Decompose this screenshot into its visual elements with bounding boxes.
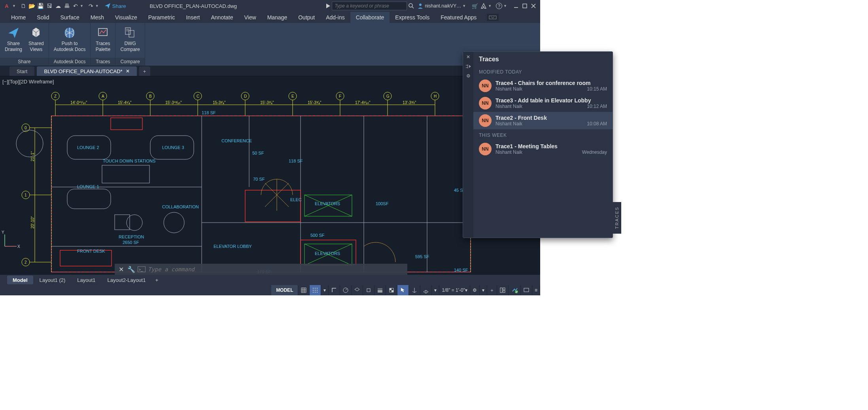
traces-palette-icon — [96, 26, 110, 40]
status-3dgrid-icon[interactable] — [420, 285, 432, 295]
help-button[interactable]: ? — [495, 2, 503, 10]
svg-text:H: H — [434, 94, 437, 98]
cmd-close-icon[interactable]: ✕ — [117, 265, 125, 273]
ribbon-tab-surface[interactable]: Surface — [55, 12, 85, 23]
status-dropdown3[interactable]: ▾ — [480, 285, 487, 295]
doc-tab-add-button[interactable]: + — [139, 66, 150, 76]
minimize-button[interactable] — [513, 3, 519, 9]
search-icon[interactable] — [407, 2, 416, 10]
svg-text:Z: Z — [54, 94, 57, 98]
status-grid-icon[interactable] — [298, 285, 310, 295]
ribbon-tab-annotate[interactable]: Annotate — [205, 12, 238, 23]
ribbon-tab-collaborate[interactable]: Collaborate — [350, 12, 390, 23]
ribbon-share-drawing[interactable]: ShareDrawing — [2, 25, 25, 54]
new-icon[interactable]: 🗋 — [19, 2, 28, 10]
doc-tab[interactable]: BLVD OFFICE_PLAN-AUTOCAD*✕ — [37, 66, 136, 76]
status-dropdown2[interactable]: ▾ — [432, 285, 439, 295]
status-dropdown-caret[interactable]: ▾ — [321, 285, 329, 295]
panel-settings-icon[interactable]: ⚙ — [465, 72, 472, 79]
trace-item[interactable]: NNTrace2 - Front DeskNishant Naik10:08 A… — [473, 112, 613, 129]
trace-item[interactable]: NNTrace3 - Add table in Elevator LobbyNi… — [473, 94, 613, 112]
ribbon-dwg-compare[interactable]: DWGCompare — [118, 25, 142, 54]
trace-title: Trace2 - Front Desk — [495, 115, 607, 121]
panel-close-icon[interactable]: ✕ — [465, 53, 472, 60]
maximize-button[interactable] — [522, 3, 528, 9]
status-cleanscreen-icon[interactable] — [521, 285, 532, 295]
panel-pin-icon[interactable] — [465, 63, 472, 70]
trace-item[interactable]: NNTrace1 - Meeting TablesNishant NaikWed… — [473, 140, 613, 158]
status-ortho-icon[interactable] — [329, 285, 340, 295]
status-snap-icon[interactable] — [310, 285, 321, 295]
status-plus-icon[interactable]: ＋ — [487, 285, 497, 295]
svg-text:15'-3¹³⁄₁₆": 15'-3¹³⁄₁₆" — [165, 100, 182, 105]
status-menu-icon[interactable]: ≡ — [532, 285, 540, 295]
ribbon-tab-add-ins[interactable]: Add-ins — [320, 12, 350, 23]
redo-caret[interactable]: ▼ — [95, 4, 99, 8]
svg-text:70 SF: 70 SF — [253, 177, 265, 181]
layout-tab[interactable]: Layout1 (2) — [34, 276, 71, 284]
layout-tab[interactable]: Layout2-Layout1 — [102, 276, 151, 284]
autodesk-icon[interactable] — [479, 2, 488, 10]
drawing-canvas[interactable]: [−][Top][2D Wireframe] Y X ZABCDEFGH 14'… — [0, 76, 540, 275]
svg-text:118 SF: 118 SF — [289, 159, 303, 163]
app-menu-caret[interactable]: ▼ — [12, 4, 16, 8]
save-icon[interactable]: 💾 — [36, 2, 45, 10]
layout-tab[interactable]: Layout1 — [72, 276, 101, 284]
status-gear-icon[interactable]: ⚙ — [470, 285, 480, 295]
ribbon-tab-manage[interactable]: Manage — [262, 12, 293, 23]
document-tabs: StartBLVD OFFICE_PLAN-AUTOCAD*✕+ — [0, 66, 540, 76]
ribbon-tab-output[interactable]: Output — [293, 12, 320, 23]
redo-icon[interactable]: ↷ — [87, 2, 95, 10]
plot-icon[interactable]: 🖶 — [62, 2, 71, 10]
undo-caret[interactable]: ▼ — [80, 4, 83, 8]
saveas-icon[interactable]: 🖫 — [45, 2, 54, 10]
ribbon-group-label: Autodesk Docs — [49, 58, 91, 66]
trace-title: Trace4 - Chairs for conference room — [495, 80, 607, 86]
status-layout-icon[interactable] — [497, 285, 509, 295]
traces-side-tab[interactable]: TRACES — [613, 202, 621, 234]
ribbon-tab-view[interactable]: View — [239, 12, 262, 23]
status-transparency-icon[interactable] — [386, 285, 397, 295]
undo-icon[interactable]: ↶ — [71, 2, 80, 10]
ribbon-push-to-docs[interactable]: Push toAutodesk Docs — [51, 25, 88, 54]
status-sync-icon[interactable] — [509, 285, 521, 295]
ribbon-toggle-icon[interactable] — [487, 14, 499, 21]
status-selection-icon[interactable] — [397, 285, 409, 295]
ribbon-tab-home[interactable]: Home — [6, 12, 31, 23]
cmd-customize-icon[interactable]: 🔧 — [127, 265, 135, 273]
ribbon-tab-parametric[interactable]: Parametric — [143, 12, 181, 23]
doc-tab[interactable]: Start — [9, 66, 34, 76]
status-scale[interactable]: 1/8" = 1'-0" ▾ — [439, 285, 470, 295]
ribbon-shared-views[interactable]: SharedViews — [26, 25, 46, 54]
play-icon[interactable] — [325, 2, 332, 10]
ribbon-tab-mesh[interactable]: Mesh — [85, 12, 110, 23]
trace-title: Trace1 - Meeting Tables — [495, 143, 607, 149]
command-line[interactable]: ✕ 🔧 >_ — [115, 264, 407, 275]
status-osnap-icon[interactable] — [363, 285, 374, 295]
close-button[interactable] — [531, 3, 536, 9]
status-model-button[interactable]: MODEL — [271, 285, 298, 295]
status-lineweight-icon[interactable] — [374, 285, 386, 295]
help-search-input[interactable] — [332, 2, 407, 10]
command-input[interactable] — [148, 266, 405, 272]
share-button[interactable]: Share — [104, 3, 126, 9]
ribbon-tab-solid[interactable]: Solid — [31, 12, 55, 23]
layout-tab-add-button[interactable]: + — [152, 276, 161, 284]
ribbon-traces-palette[interactable]: TracesPalette — [93, 25, 113, 54]
status-polar-icon[interactable] — [340, 285, 352, 295]
cart-icon[interactable]: 🛒 — [471, 2, 479, 10]
ribbon-tab-express-tools[interactable]: Express Tools — [390, 12, 435, 23]
ribbon-tab-insert[interactable]: Insert — [180, 12, 205, 23]
ribbon-tab-featured-apps[interactable]: Featured Apps — [435, 12, 482, 23]
open-icon[interactable]: 📂 — [28, 2, 36, 10]
ribbon-tab-visualize[interactable]: Visualize — [110, 12, 143, 23]
svg-rect-11 — [129, 30, 134, 37]
web-mobile-icon[interactable]: ☁ — [54, 2, 62, 10]
status-gizmo-icon[interactable] — [409, 285, 420, 295]
layout-tab[interactable]: Model — [7, 276, 33, 284]
doc-tab-close-icon[interactable]: ✕ — [126, 68, 130, 74]
user-menu[interactable]: nishant.naikVY… ▼ — [417, 3, 469, 9]
svg-point-0 — [409, 4, 412, 7]
status-isodraft-icon[interactable] — [352, 285, 363, 295]
trace-item[interactable]: NNTrace4 - Chairs for conference roomNis… — [473, 77, 613, 94]
